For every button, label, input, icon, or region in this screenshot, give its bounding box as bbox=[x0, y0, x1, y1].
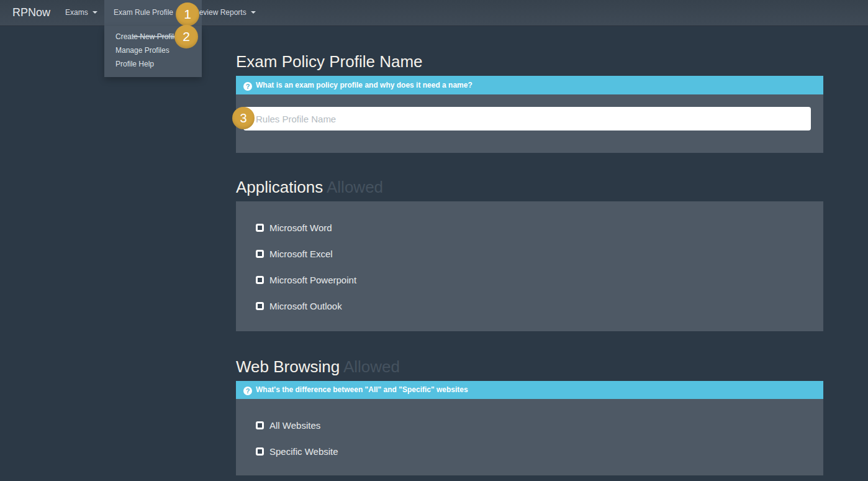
nav-item-review-reports[interactable]: Review Reports bbox=[194, 0, 256, 25]
checkbox-icon[interactable] bbox=[256, 250, 264, 258]
checkbox-row-microsoft-outlook[interactable]: Microsoft Outlook bbox=[256, 300, 342, 311]
applications-title-suffix: Allowed bbox=[327, 178, 383, 196]
checkbox-row-microsoft-powerpoint[interactable]: Microsoft Powerpoint bbox=[256, 274, 356, 285]
nav-item-exam-rule-profile[interactable]: Exam Rule Profile bbox=[114, 0, 183, 25]
brand-logo[interactable]: RPNow bbox=[12, 0, 50, 25]
applications-panel bbox=[236, 201, 823, 331]
help-icon: ? bbox=[243, 82, 252, 91]
checkbox-row-microsoft-excel[interactable]: Microsoft Excel bbox=[256, 248, 333, 259]
rules-profile-name-input[interactable] bbox=[243, 107, 811, 131]
annotation-badge-1: 1 bbox=[176, 2, 199, 26]
checkbox-row-microsoft-word[interactable]: Microsoft Word bbox=[256, 222, 332, 233]
help-bar-text: What's the difference between "All" and … bbox=[256, 385, 468, 394]
web-browsing-section-title: Web Browsing Allowed bbox=[236, 357, 400, 377]
annotation-badge-3: 3 bbox=[232, 107, 255, 129]
annotation-line bbox=[132, 36, 178, 37]
chevron-down-icon bbox=[251, 11, 256, 14]
annotation-badge-2: 2 bbox=[174, 25, 198, 48]
checkbox-icon[interactable] bbox=[256, 224, 264, 232]
checkbox-icon[interactable] bbox=[256, 447, 264, 456]
top-navbar: RPNow Exams Exam Rule Profile Review Rep… bbox=[0, 0, 868, 26]
help-bar-profile-name[interactable]: ?What is an exam policy profile and why … bbox=[236, 76, 823, 94]
checkbox-icon[interactable] bbox=[256, 302, 264, 310]
web-browsing-title-suffix: Allowed bbox=[343, 357, 400, 376]
checkbox-icon[interactable] bbox=[256, 421, 264, 429]
help-icon: ? bbox=[243, 387, 252, 395]
nav-item-exams[interactable]: Exams bbox=[65, 0, 97, 25]
applications-section-title: Applications Allowed bbox=[236, 178, 383, 197]
help-bar-text: What is an exam policy profile and why d… bbox=[256, 81, 472, 89]
menu-item-profile-help[interactable]: Profile Help bbox=[104, 57, 202, 71]
checkbox-icon[interactable] bbox=[256, 276, 264, 284]
checkbox-row-all-websites[interactable]: All Websites bbox=[256, 419, 320, 431]
checkbox-row-specific-website[interactable]: Specific Website bbox=[256, 446, 338, 457]
page-title: Exam Policy Profile Name bbox=[236, 52, 423, 71]
help-bar-websites[interactable]: ?What's the difference between "All" and… bbox=[236, 381, 823, 399]
chevron-down-icon bbox=[93, 11, 97, 14]
web-browsing-panel bbox=[236, 399, 823, 475]
